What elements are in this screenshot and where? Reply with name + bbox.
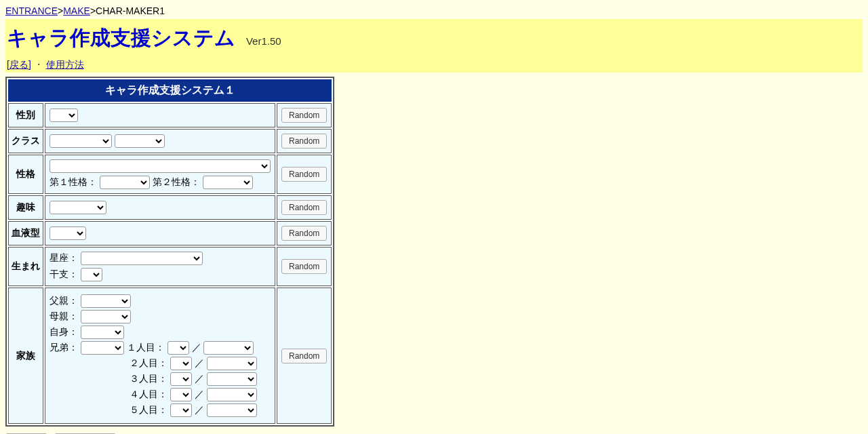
sib2-b-select[interactable] [207,357,257,370]
sib1-b-select[interactable] [203,341,254,355]
label-personality: 性格 [8,155,43,194]
label-personality-2: 第２性格： [153,176,200,187]
sib4-b-select[interactable] [207,388,257,401]
slash-1: ／ [192,342,201,353]
random-blood-button[interactable]: Random [281,226,327,241]
label-family: 家族 [8,288,43,424]
label-zodiac: 星座： [50,252,78,263]
zodiac-select[interactable] [81,252,203,265]
random-hobby-button[interactable]: Random [281,200,327,215]
row-blood: 血液型 Random [8,221,332,245]
personality-2-select[interactable] [203,176,253,189]
row-personality: 性格 第１性格： 第２性格： Random [8,155,332,194]
label-birth: 生まれ [8,247,43,286]
label-sib4: ４人目： [130,389,167,399]
version-label: Ver1.50 [246,35,281,47]
slash-2: ／ [195,357,204,368]
table-header: キャラ作成支援システム１ [8,79,332,102]
eto-select[interactable] [81,268,102,281]
label-self: 自身： [50,326,78,337]
label-personality-1: 第１性格： [50,176,97,187]
title-bar: キャラ作成支援システム Ver1.50 [5,19,863,58]
blood-select[interactable] [50,226,86,240]
personality-main-select[interactable] [50,159,271,173]
random-class-button[interactable]: Random [281,134,327,149]
row-class: クラス Random [8,129,332,153]
breadcrumb-entrance[interactable]: ENTRANCE [5,5,58,16]
random-personality-button[interactable]: Random [281,167,327,182]
random-gender-button[interactable]: Random [281,108,327,123]
slash-5: ／ [195,404,204,415]
label-eto: 干支： [50,269,78,279]
label-sib1: １人目： [127,342,165,353]
mother-select[interactable] [81,310,131,323]
slash-4: ／ [195,389,204,399]
sib4-a-select[interactable] [170,388,192,401]
row-hobby: 趣味 Random [8,195,332,220]
bullet: ・ [34,59,43,70]
back-link[interactable]: [戻る] [7,59,31,70]
row-gender: 性別 Random [8,103,332,127]
breadcrumb-current: CHAR-MAKER1 [96,5,165,16]
sib5-b-select[interactable] [207,403,257,417]
label-blood: 血液型 [8,221,43,245]
self-select[interactable] [81,326,124,339]
label-sib2: ２人目： [130,357,167,368]
page-title: キャラ作成支援システム [7,26,235,49]
random-birth-button[interactable]: Random [281,259,327,274]
sib3-a-select[interactable] [170,372,192,386]
main-table: キャラ作成支援システム１ 性別 Random クラス Random [5,77,334,427]
siblings-count-select[interactable] [81,341,124,355]
sib5-a-select[interactable] [170,403,192,417]
hobby-select[interactable] [50,201,106,214]
personality-1-select[interactable] [100,176,150,189]
breadcrumb-make[interactable]: MAKE [63,5,90,16]
label-father: 父親： [50,295,78,306]
class-select-1[interactable] [50,134,112,148]
row-family: 家族 父親： 母親： 自身： 兄弟： １人目： [8,288,332,424]
label-gender: 性別 [8,103,43,127]
label-hobby: 趣味 [8,195,43,220]
label-mother: 母親： [50,311,78,321]
breadcrumb: ENTRANCE>MAKE>CHAR-MAKER1 [5,5,863,16]
sib2-a-select[interactable] [170,357,192,370]
sib3-b-select[interactable] [207,372,257,386]
class-select-2[interactable] [115,134,165,148]
sib1-a-select[interactable] [167,341,189,355]
gender-select[interactable] [50,108,78,122]
usage-link[interactable]: 使用方法 [46,59,84,70]
subnav: [戻る] ・ 使用方法 [5,58,863,73]
slash-3: ／ [195,373,204,384]
row-birth: 生まれ 星座： 干支： Random [8,247,332,286]
label-sib5: ５人目： [130,404,167,415]
label-siblings: 兄弟： [50,342,78,353]
father-select[interactable] [81,294,131,308]
random-family-button[interactable]: Random [281,349,327,363]
label-class: クラス [8,129,43,153]
label-sib3: ３人目： [130,373,167,384]
